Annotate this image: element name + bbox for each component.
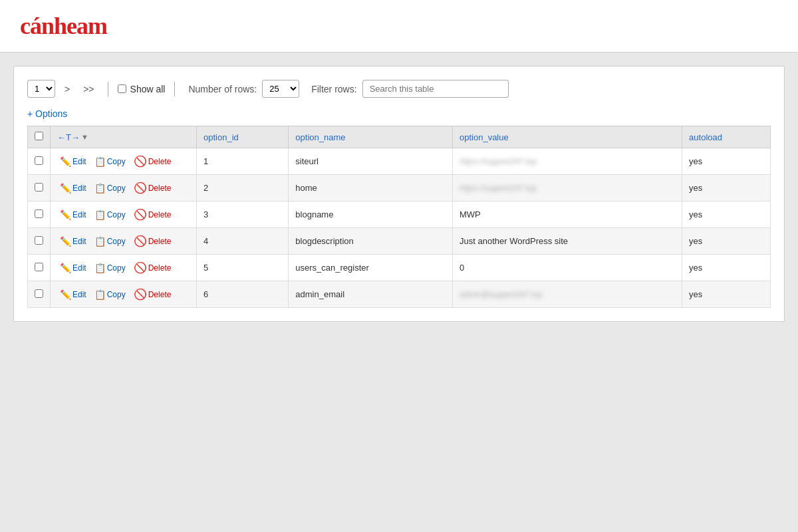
row-option-value: Just another WordPress site [452, 228, 682, 255]
table-row: ✏️ Edit 📋 Copy 🚫 Delete 6admin_emailadmi… [28, 281, 771, 308]
select-all-checkbox[interactable] [35, 132, 43, 140]
delete-button[interactable]: 🚫 Delete [131, 154, 174, 169]
copy-icon: 📋 [94, 156, 106, 167]
sort-triangle-icon: ▼ [81, 133, 88, 141]
next-page-button[interactable]: > [61, 81, 74, 97]
delete-button[interactable]: 🚫 Delete [131, 233, 174, 249]
edit-label: Edit [72, 184, 86, 193]
row-checkbox[interactable] [35, 236, 43, 245]
delete-label: Delete [148, 290, 172, 299]
delete-button[interactable]: 🚫 Delete [131, 287, 174, 302]
copy-icon: 📋 [94, 289, 106, 300]
show-all-checkbox[interactable] [118, 84, 126, 93]
delete-label: Delete [148, 157, 172, 166]
edit-button[interactable]: ✏️ Edit [57, 182, 89, 195]
row-autoload: yes [682, 228, 771, 255]
search-input[interactable] [362, 80, 509, 98]
row-option-id: 2 [197, 175, 289, 201]
data-table: ←T→ ▼ option_id option_name option_value… [27, 126, 771, 308]
row-option-id: 5 [197, 255, 289, 281]
edit-icon: ✏️ [60, 156, 71, 167]
copy-button[interactable]: 📋 Copy [92, 288, 128, 301]
row-option-id: 1 [197, 148, 289, 175]
row-checkbox[interactable] [35, 263, 43, 271]
copy-button[interactable]: 📋 Copy [92, 261, 128, 275]
edit-button[interactable]: ✏️ Edit [57, 261, 89, 275]
edit-button[interactable]: ✏️ Edit [57, 288, 89, 301]
copy-button[interactable]: 📋 Copy [92, 155, 128, 168]
delete-button[interactable]: 🚫 Delete [131, 260, 174, 275]
row-option-name: users_can_register [289, 255, 453, 281]
row-option-name: home [289, 175, 453, 201]
edit-button[interactable]: ✏️ Edit [57, 155, 89, 168]
copy-button[interactable]: 📋 Copy [92, 208, 128, 221]
table-row: ✏️ Edit 📋 Copy 🚫 Delete 1siteurlhttps://… [28, 148, 771, 175]
delete-icon: 🚫 [134, 261, 147, 274]
delete-label: Delete [148, 184, 172, 193]
copy-button[interactable]: 📋 Copy [92, 182, 128, 195]
row-checkbox-cell [28, 281, 51, 308]
copy-label: Copy [107, 263, 126, 273]
copy-label: Copy [107, 157, 126, 166]
row-checkbox-cell [28, 148, 51, 175]
row-checkbox[interactable] [35, 289, 43, 298]
edit-button[interactable]: ✏️ Edit [57, 208, 89, 221]
copy-icon: 📋 [94, 209, 106, 220]
row-checkbox[interactable] [35, 209, 43, 218]
delete-button[interactable]: 🚫 Delete [131, 180, 174, 196]
col-arrows-text: ←T→ [57, 132, 80, 142]
copy-button[interactable]: 📋 Copy [92, 235, 128, 248]
row-checkbox[interactable] [35, 183, 43, 192]
options-link[interactable]: + Options [27, 108, 67, 119]
edit-label: Edit [72, 263, 86, 273]
delete-label: Delete [148, 263, 172, 273]
page-select: 1 [27, 80, 55, 98]
header-actions-col: ←T→ ▼ [51, 126, 197, 148]
edit-label: Edit [72, 210, 86, 219]
copy-icon: 📋 [94, 263, 106, 273]
copy-label: Copy [107, 184, 126, 193]
delete-label: Delete [148, 237, 172, 246]
row-autoload: yes [682, 201, 771, 228]
row-autoload: yes [682, 175, 771, 201]
logo: cánheam [20, 12, 778, 40]
header-autoload[interactable]: autoload [682, 126, 771, 148]
row-option-id: 4 [197, 228, 289, 255]
row-actions-cell: ✏️ Edit 📋 Copy 🚫 Delete [51, 201, 197, 228]
copy-label: Copy [107, 237, 126, 246]
last-page-button[interactable]: >> [79, 81, 98, 97]
main-content: 1 > >> Show all Number of rows: 25 10 50… [13, 66, 785, 322]
page-number-select[interactable]: 1 [27, 80, 55, 98]
copy-icon: 📋 [94, 236, 106, 247]
row-option-value: https://support247.top [452, 148, 682, 175]
show-all-text: Show all [130, 84, 166, 94]
show-all-label[interactable]: Show all [118, 84, 166, 94]
divider-2 [174, 82, 175, 96]
edit-label: Edit [72, 290, 86, 299]
row-actions-cell: ✏️ Edit 📋 Copy 🚫 Delete [51, 148, 197, 175]
copy-icon: 📋 [94, 183, 106, 194]
edit-icon: ✏️ [60, 209, 71, 220]
edit-button[interactable]: ✏️ Edit [57, 235, 89, 248]
edit-label: Edit [72, 237, 86, 246]
rows-per-page-select[interactable]: 25 10 50 100 [262, 80, 299, 98]
row-option-value: admin@support247.top [452, 281, 682, 308]
row-option-value: https://support247.top [452, 175, 682, 201]
table-body: ✏️ Edit 📋 Copy 🚫 Delete 1siteurlhttps://… [28, 148, 771, 308]
edit-icon: ✏️ [60, 183, 71, 194]
header-checkbox-col [28, 126, 51, 148]
rows-label: Number of rows: [188, 84, 257, 94]
header-option-id[interactable]: option_id [197, 126, 289, 148]
delete-icon: 🚫 [134, 155, 147, 168]
edit-icon: ✏️ [60, 289, 71, 300]
row-checkbox[interactable] [35, 156, 43, 165]
table-row: ✏️ Edit 📋 Copy 🚫 Delete 2homehttps://sup… [28, 175, 771, 201]
header-option-name[interactable]: option_name [289, 126, 453, 148]
delete-button[interactable]: 🚫 Delete [131, 207, 174, 222]
divider-1 [108, 82, 108, 96]
table-row: ✏️ Edit 📋 Copy 🚫 Delete 5users_can_regis… [28, 255, 771, 281]
table-row: ✏️ Edit 📋 Copy 🚫 Delete 4blogdescription… [28, 228, 771, 255]
header-option-value[interactable]: option_value [452, 126, 682, 148]
row-checkbox-cell [28, 175, 51, 201]
edit-icon: ✏️ [60, 263, 71, 273]
